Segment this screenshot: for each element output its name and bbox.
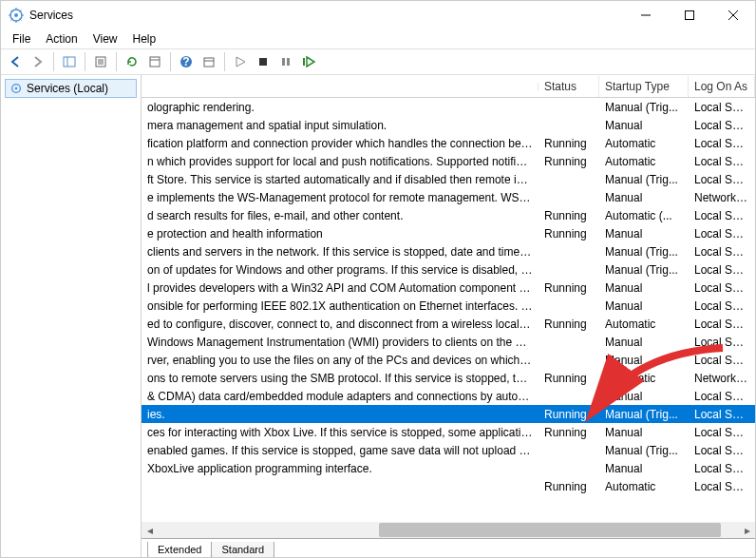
svg-rect-18 [259, 58, 267, 66]
svg-rect-19 [282, 58, 285, 66]
table-row[interactable]: e protection and health informationRunni… [142, 224, 755, 242]
start-service-button[interactable] [230, 51, 251, 72]
refresh-button[interactable] [122, 51, 142, 72]
scroll-thumb[interactable] [379, 523, 721, 537]
cell-startup: Manual [599, 335, 689, 350]
maximize-button[interactable] [668, 1, 711, 29]
tab-standard[interactable]: Standard [211, 542, 274, 558]
table-row[interactable]: ies.RunningManual (Trig...Local Syste... [142, 405, 755, 423]
svg-rect-3 [686, 11, 694, 20]
cell-startup: Manual [599, 461, 689, 476]
cell-status [539, 179, 599, 181]
table-row[interactable]: clients and servers in the network. If t… [142, 242, 755, 260]
cell-status [539, 395, 599, 397]
cell-description: XboxLive application programming interfa… [142, 461, 539, 476]
cell-status [539, 251, 599, 253]
table-row[interactable]: ces for interacting with Xbox Live. If t… [142, 423, 755, 441]
column-startup-header[interactable]: Startup Type [599, 76, 689, 97]
toolbar-separator [170, 52, 171, 71]
table-row[interactable]: ed to configure, discover, connect to, a… [142, 315, 755, 333]
table-row[interactable]: enabled games. If this service is stoppe… [142, 441, 755, 459]
tree-node-services-local[interactable]: Services (Local) [5, 79, 137, 98]
column-logon-header[interactable]: Log On As [689, 76, 755, 97]
table-row[interactable]: & CDMA) data card/embedded module adapte… [142, 387, 755, 405]
minimize-button[interactable] [624, 1, 668, 29]
forward-button[interactable] [28, 51, 48, 72]
horizontal-scrollbar[interactable]: ◂ ▸ [142, 522, 755, 538]
table-row[interactable]: mera management and spatial input simula… [142, 116, 755, 134]
help-button[interactable]: ? [176, 51, 197, 72]
svg-point-1 [14, 13, 18, 17]
table-row[interactable]: Windows Management Instrumentation (WMI)… [142, 333, 755, 351]
export-list-button[interactable] [90, 51, 111, 72]
show-hide-tree-button[interactable] [59, 51, 80, 72]
table-row[interactable]: onsible for performing IEEE 802.1X authe… [142, 297, 755, 315]
menu-action[interactable]: Action [38, 30, 85, 48]
menu-help[interactable]: Help [125, 30, 164, 48]
table-row[interactable]: rver, enabling you to use the files on a… [142, 351, 755, 369]
table-row[interactable]: ft Store. This service is started automa… [142, 170, 755, 188]
cell-startup: Manual (Trig... [599, 262, 689, 278]
cell-description: fication platform and connection provide… [142, 136, 539, 151]
cell-logon: Local Syste... [689, 479, 755, 494]
table-row[interactable]: l provides developers with a Win32 API a… [142, 279, 755, 297]
cell-startup: Automatic [599, 479, 689, 494]
table-row[interactable]: d search results for files, e-mail, and … [142, 206, 755, 224]
scroll-left-arrow[interactable]: ◂ [142, 522, 158, 538]
cell-description: on of updates for Windows and other prog… [142, 262, 539, 278]
tab-extended[interactable]: Extended [147, 542, 212, 558]
back-button[interactable] [5, 51, 26, 72]
services-tree-icon [9, 82, 23, 95]
table-row[interactable]: fication platform and connection provide… [142, 134, 755, 152]
column-description-header[interactable] [142, 83, 539, 90]
close-button[interactable] [711, 1, 755, 29]
calendar-button[interactable] [198, 51, 219, 72]
cell-logon: Local Syste... [689, 389, 755, 404]
cell-status: Running [539, 226, 599, 241]
table-row[interactable]: XboxLive application programming interfa… [142, 459, 755, 477]
table-row[interactable]: e implements the WS-Management protocol … [142, 188, 755, 206]
cell-startup: Manual (Trig... [599, 407, 689, 422]
cell-logon: Local Syste... [689, 208, 755, 223]
cell-startup: Manual [599, 280, 689, 296]
toolbar-separator [53, 52, 54, 71]
properties-button[interactable] [144, 51, 165, 72]
cell-status: Running [539, 371, 599, 386]
cell-startup: Manual [599, 298, 689, 314]
restart-service-button[interactable] [298, 51, 319, 72]
cell-description: ces for interacting with Xbox Live. If t… [142, 425, 539, 440]
stop-service-button[interactable] [253, 51, 274, 72]
scroll-right-arrow[interactable]: ▸ [739, 522, 755, 538]
table-row[interactable]: n which provides support for local and p… [142, 152, 755, 170]
column-status-header[interactable]: Status [539, 76, 599, 97]
cell-description: ons to remote servers using the SMB prot… [142, 371, 539, 386]
menu-view[interactable]: View [85, 30, 125, 48]
list-body[interactable]: olographic rendering.Manual (Trig...Loca… [142, 98, 755, 558]
cell-status: Running [539, 136, 599, 151]
menu-file[interactable]: File [5, 30, 38, 48]
cell-startup: Manual [599, 425, 689, 440]
svg-rect-21 [303, 58, 305, 66]
titlebar: Services [1, 1, 755, 29]
table-row[interactable]: ons to remote servers using the SMB prot… [142, 369, 755, 387]
tabs-bar: Extended Standard [142, 538, 755, 558]
cell-logon: Local Syste... [689, 443, 755, 458]
cell-status [539, 269, 599, 271]
cell-status [539, 125, 599, 126]
cell-description: n which provides support for local and p… [142, 154, 539, 169]
table-row[interactable]: olographic rendering.Manual (Trig...Loca… [142, 98, 755, 116]
cell-logon: Local Syste... [689, 172, 755, 187]
cell-startup: Automatic [599, 154, 689, 169]
pause-service-button[interactable] [275, 51, 296, 72]
table-row[interactable]: RunningAutomaticLocal Syste... [142, 477, 755, 495]
cell-description: onsible for performing IEEE 802.1X authe… [142, 298, 539, 314]
cell-startup: Manual (Trig... [599, 244, 689, 260]
cell-description: d search results for files, e-mail, and … [142, 208, 539, 223]
cell-logon: Network S... [689, 190, 755, 205]
cell-logon: Local Syste... [689, 154, 755, 169]
cell-logon: Local Syste... [689, 317, 755, 332]
cell-status: Running [539, 154, 599, 169]
table-row[interactable]: on of updates for Windows and other prog… [142, 260, 755, 279]
cell-startup: Automatic [599, 371, 689, 386]
cell-status: Running [539, 208, 599, 223]
